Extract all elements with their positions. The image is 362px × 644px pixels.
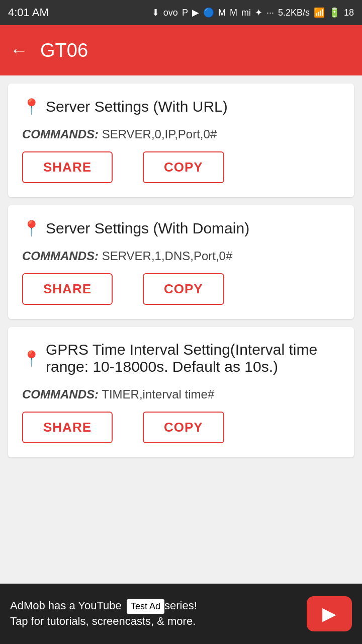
- battery-level: 18: [344, 8, 354, 18]
- share-button-1[interactable]: SHARE: [22, 273, 113, 305]
- card-title-1: 📍 Server Settings (With Domain): [22, 219, 340, 237]
- cmd-val-2: TIMER,interval time#: [99, 387, 214, 401]
- ad-line1-end: series!: [164, 599, 197, 612]
- cmd-val-0: SERVER,0,IP,Port,0#: [99, 127, 217, 141]
- more-icon: ···: [266, 8, 274, 18]
- page-title: GT06: [40, 40, 88, 61]
- dot-icon: 🔵: [203, 7, 214, 18]
- ovo-icon: ovo: [163, 8, 178, 18]
- cmd-key-0: COMMANDS:: [22, 127, 99, 141]
- card-title-text-2: GPRS Time Interval Setting(Interval time…: [46, 341, 340, 375]
- add-icon: ✦: [255, 7, 262, 18]
- button-row-0: SHARE COPY: [22, 151, 340, 183]
- commands-label-0: COMMANDS: SERVER,0,IP,Port,0#: [22, 127, 340, 141]
- gmail-icon: M: [218, 8, 226, 18]
- card-title-0: 📍 Server Settings (With URL): [22, 98, 340, 115]
- ad-banner[interactable]: AdMob has a YouTube Test Adseries! Tap f…: [0, 584, 362, 644]
- bottom-spacer: [0, 457, 362, 528]
- play-icon: ▶: [192, 7, 199, 18]
- pin-icon-0: 📍: [22, 98, 41, 115]
- wifi-icon: 📶: [314, 7, 325, 18]
- card-2: 📍 GPRS Time Interval Setting(Interval ti…: [8, 327, 354, 457]
- commands-label-2: COMMANDS: TIMER,interval time#: [22, 387, 340, 401]
- paytm-icon: P: [182, 8, 188, 18]
- content-area: 📍 Server Settings (With URL) COMMANDS: S…: [0, 75, 362, 457]
- back-button[interactable]: ←: [10, 40, 28, 61]
- button-row-1: SHARE COPY: [22, 273, 340, 305]
- status-icons: ⬇ ovo P ▶ 🔵 M M mi ✦ ··· 5.2KB/s 📶 🔋 18: [152, 7, 354, 18]
- test-ad-badge: Test Ad: [127, 599, 164, 614]
- status-bar: 4:01 AM ⬇ ovo P ▶ 🔵 M M mi ✦ ··· 5.2KB/s…: [0, 0, 362, 25]
- download-icon: ⬇: [152, 7, 159, 18]
- card-title-2: 📍 GPRS Time Interval Setting(Interval ti…: [22, 341, 340, 375]
- mi-icon: mi: [241, 8, 251, 18]
- cmd-key-1: COMMANDS:: [22, 249, 99, 263]
- card-0: 📍 Server Settings (With URL) COMMANDS: S…: [8, 84, 354, 197]
- pin-icon-2: 📍: [22, 350, 41, 367]
- ad-line2: Tap for tutorials, screencasts, & more.: [10, 615, 196, 627]
- youtube-button[interactable]: [307, 596, 352, 631]
- battery-icon: 🔋: [329, 7, 340, 18]
- button-row-2: SHARE COPY: [22, 412, 340, 443]
- pin-icon-1: 📍: [22, 219, 41, 237]
- commands-label-1: COMMANDS: SERVER,1,DNS,Port,0#: [22, 249, 340, 263]
- status-time: 4:01 AM: [8, 6, 49, 19]
- copy-button-1[interactable]: COPY: [143, 273, 224, 305]
- ad-text: AdMob has a YouTube Test Adseries! Tap f…: [10, 598, 297, 629]
- cmd-key-2: COMMANDS:: [22, 387, 99, 401]
- copy-button-2[interactable]: COPY: [143, 412, 224, 443]
- card-title-text-1: Server Settings (With Domain): [46, 220, 249, 237]
- share-button-2[interactable]: SHARE: [22, 412, 113, 443]
- card-1: 📍 Server Settings (With Domain) COMMANDS…: [8, 205, 354, 319]
- card-title-text-0: Server Settings (With URL): [46, 98, 228, 115]
- copy-button-0[interactable]: COPY: [143, 151, 224, 183]
- share-button-0[interactable]: SHARE: [22, 151, 113, 183]
- app-bar: ← GT06: [0, 25, 362, 75]
- cmd-val-1: SERVER,1,DNS,Port,0#: [99, 249, 232, 263]
- network-speed: 5.2KB/s: [278, 8, 310, 18]
- ad-line1: AdMob has a YouTube: [10, 599, 125, 612]
- inbox-icon: M: [230, 8, 237, 18]
